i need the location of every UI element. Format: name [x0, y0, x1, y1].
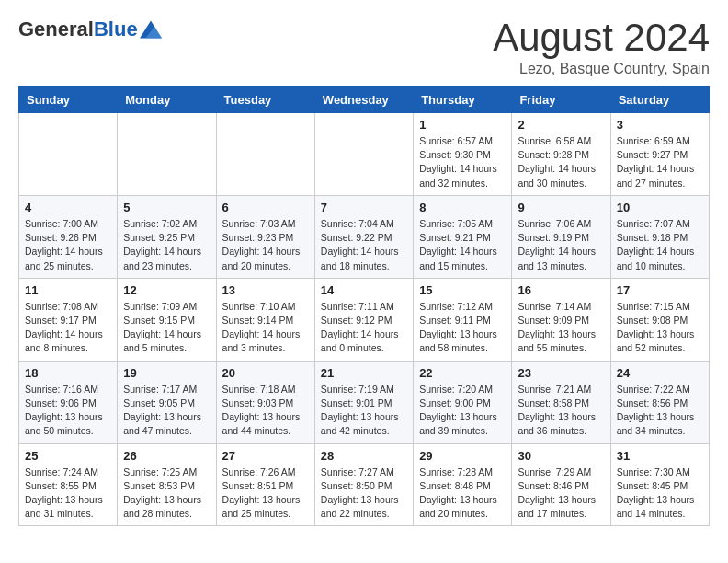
calendar-cell: 17Sunrise: 7:15 AM Sunset: 9:08 PM Dayli…	[610, 278, 709, 361]
day-number: 9	[518, 201, 604, 214]
calendar-cell: 22Sunrise: 7:20 AM Sunset: 9:00 PM Dayli…	[414, 361, 512, 443]
calendar-cell: 26Sunrise: 7:25 AM Sunset: 8:53 PM Dayli…	[118, 443, 216, 526]
day-number: 26	[123, 449, 210, 463]
col-friday: Friday	[512, 87, 610, 113]
day-number: 4	[25, 201, 111, 214]
day-number: 5	[123, 201, 210, 214]
day-number: 20	[222, 366, 309, 380]
day-info: Sunrise: 6:58 AM Sunset: 9:28 PM Dayligh…	[518, 134, 604, 190]
day-info: Sunrise: 6:59 AM Sunset: 9:27 PM Dayligh…	[617, 134, 703, 190]
calendar-cell	[314, 113, 413, 196]
day-info: Sunrise: 7:11 AM Sunset: 9:12 PM Dayligh…	[321, 300, 407, 356]
calendar-cell: 27Sunrise: 7:26 AM Sunset: 8:51 PM Dayli…	[216, 443, 314, 526]
calendar-week-5: 25Sunrise: 7:24 AM Sunset: 8:55 PM Dayli…	[19, 443, 710, 526]
day-info: Sunrise: 7:19 AM Sunset: 9:01 PM Dayligh…	[321, 383, 407, 439]
day-info: Sunrise: 7:09 AM Sunset: 9:15 PM Dayligh…	[123, 300, 210, 356]
header-row: Sunday Monday Tuesday Wednesday Thursday…	[19, 87, 710, 113]
title-area: August 2024 Lezo, Basque Country, Spain	[493, 18, 710, 77]
calendar-week-2: 4Sunrise: 7:00 AM Sunset: 9:26 PM Daylig…	[19, 195, 710, 278]
day-number: 11	[25, 283, 111, 297]
calendar-week-3: 11Sunrise: 7:08 AM Sunset: 9:17 PM Dayli…	[19, 278, 710, 361]
day-info: Sunrise: 7:16 AM Sunset: 9:06 PM Dayligh…	[25, 383, 111, 439]
day-number: 23	[518, 366, 604, 380]
day-number: 31	[617, 449, 703, 463]
day-info: Sunrise: 7:14 AM Sunset: 9:09 PM Dayligh…	[518, 300, 604, 356]
day-info: Sunrise: 7:26 AM Sunset: 8:51 PM Dayligh…	[222, 465, 309, 522]
calendar-cell: 21Sunrise: 7:19 AM Sunset: 9:01 PM Dayli…	[314, 361, 413, 443]
day-number: 8	[419, 201, 506, 214]
calendar-cell: 15Sunrise: 7:12 AM Sunset: 9:11 PM Dayli…	[414, 278, 512, 361]
day-number: 15	[419, 283, 506, 297]
calendar-cell: 14Sunrise: 7:11 AM Sunset: 9:12 PM Dayli…	[314, 278, 413, 361]
day-info: Sunrise: 7:22 AM Sunset: 8:56 PM Dayligh…	[617, 383, 703, 439]
day-info: Sunrise: 7:12 AM Sunset: 9:11 PM Dayligh…	[419, 300, 506, 356]
day-info: Sunrise: 7:27 AM Sunset: 8:50 PM Dayligh…	[321, 465, 407, 522]
calendar-cell: 11Sunrise: 7:08 AM Sunset: 9:17 PM Dayli…	[19, 278, 118, 361]
col-saturday: Saturday	[610, 87, 709, 113]
day-number: 27	[222, 449, 309, 463]
day-number: 28	[321, 449, 407, 463]
header: GeneralBlue August 2024 Lezo, Basque Cou…	[18, 18, 710, 77]
day-number: 14	[321, 283, 407, 297]
day-info: Sunrise: 7:06 AM Sunset: 9:19 PM Dayligh…	[518, 217, 604, 273]
day-info: Sunrise: 7:10 AM Sunset: 9:14 PM Dayligh…	[222, 300, 309, 356]
day-number: 29	[419, 449, 506, 463]
calendar-cell: 9Sunrise: 7:06 AM Sunset: 9:19 PM Daylig…	[512, 195, 610, 278]
day-info: Sunrise: 7:18 AM Sunset: 9:03 PM Dayligh…	[222, 383, 309, 439]
calendar-cell	[118, 113, 216, 196]
day-info: Sunrise: 7:20 AM Sunset: 9:00 PM Dayligh…	[419, 383, 506, 439]
day-info: Sunrise: 6:57 AM Sunset: 9:30 PM Dayligh…	[419, 134, 506, 190]
day-number: 16	[518, 283, 604, 297]
day-info: Sunrise: 7:28 AM Sunset: 8:48 PM Dayligh…	[419, 465, 506, 522]
calendar-cell: 13Sunrise: 7:10 AM Sunset: 9:14 PM Dayli…	[216, 278, 314, 361]
calendar-cell: 29Sunrise: 7:28 AM Sunset: 8:48 PM Dayli…	[414, 443, 512, 526]
calendar-cell: 24Sunrise: 7:22 AM Sunset: 8:56 PM Dayli…	[610, 361, 709, 443]
day-number: 17	[617, 283, 703, 297]
day-number: 22	[419, 366, 506, 380]
day-info: Sunrise: 7:00 AM Sunset: 9:26 PM Dayligh…	[25, 217, 111, 273]
calendar-cell: 5Sunrise: 7:02 AM Sunset: 9:25 PM Daylig…	[118, 195, 216, 278]
day-number: 1	[419, 118, 506, 132]
day-info: Sunrise: 7:02 AM Sunset: 9:25 PM Dayligh…	[123, 217, 210, 273]
calendar-week-1: 1Sunrise: 6:57 AM Sunset: 9:30 PM Daylig…	[19, 113, 710, 196]
calendar-cell: 1Sunrise: 6:57 AM Sunset: 9:30 PM Daylig…	[414, 113, 512, 196]
location-text: Lezo, Basque Country, Spain	[493, 61, 710, 77]
calendar-cell: 19Sunrise: 7:17 AM Sunset: 9:05 PM Dayli…	[118, 361, 216, 443]
day-number: 12	[123, 283, 210, 297]
logo-icon	[140, 18, 162, 40]
day-number: 24	[617, 366, 703, 380]
day-info: Sunrise: 7:17 AM Sunset: 9:05 PM Dayligh…	[123, 383, 210, 439]
calendar-cell: 30Sunrise: 7:29 AM Sunset: 8:46 PM Dayli…	[512, 443, 610, 526]
day-number: 7	[321, 201, 407, 214]
col-tuesday: Tuesday	[216, 87, 314, 113]
day-info: Sunrise: 7:30 AM Sunset: 8:45 PM Dayligh…	[617, 465, 703, 522]
logo-general-text: General	[18, 17, 94, 40]
day-info: Sunrise: 7:24 AM Sunset: 8:55 PM Dayligh…	[25, 465, 111, 522]
day-number: 18	[25, 366, 111, 380]
day-number: 21	[321, 366, 407, 380]
calendar-cell: 10Sunrise: 7:07 AM Sunset: 9:18 PM Dayli…	[610, 195, 709, 278]
calendar-cell: 25Sunrise: 7:24 AM Sunset: 8:55 PM Dayli…	[19, 443, 118, 526]
day-info: Sunrise: 7:04 AM Sunset: 9:22 PM Dayligh…	[321, 217, 407, 273]
day-info: Sunrise: 7:25 AM Sunset: 8:53 PM Dayligh…	[123, 465, 210, 522]
day-number: 13	[222, 283, 309, 297]
calendar-cell: 8Sunrise: 7:05 AM Sunset: 9:21 PM Daylig…	[414, 195, 512, 278]
day-info: Sunrise: 7:03 AM Sunset: 9:23 PM Dayligh…	[222, 217, 309, 273]
calendar-cell: 23Sunrise: 7:21 AM Sunset: 8:58 PM Dayli…	[512, 361, 610, 443]
col-wednesday: Wednesday	[314, 87, 413, 113]
calendar-cell: 4Sunrise: 7:00 AM Sunset: 9:26 PM Daylig…	[19, 195, 118, 278]
day-info: Sunrise: 7:29 AM Sunset: 8:46 PM Dayligh…	[518, 465, 604, 522]
col-monday: Monday	[118, 87, 216, 113]
calendar-cell: 16Sunrise: 7:14 AM Sunset: 9:09 PM Dayli…	[512, 278, 610, 361]
calendar-cell: 6Sunrise: 7:03 AM Sunset: 9:23 PM Daylig…	[216, 195, 314, 278]
day-info: Sunrise: 7:05 AM Sunset: 9:21 PM Dayligh…	[419, 217, 506, 273]
day-info: Sunrise: 7:08 AM Sunset: 9:17 PM Dayligh…	[25, 300, 111, 356]
day-info: Sunrise: 7:15 AM Sunset: 9:08 PM Dayligh…	[617, 300, 703, 356]
month-title: August 2024	[493, 18, 710, 57]
calendar-table: Sunday Monday Tuesday Wednesday Thursday…	[18, 86, 710, 526]
day-number: 25	[25, 449, 111, 463]
calendar-cell: 20Sunrise: 7:18 AM Sunset: 9:03 PM Dayli…	[216, 361, 314, 443]
calendar-cell: 3Sunrise: 6:59 AM Sunset: 9:27 PM Daylig…	[610, 113, 709, 196]
calendar-body: 1Sunrise: 6:57 AM Sunset: 9:30 PM Daylig…	[19, 113, 710, 526]
day-number: 3	[617, 118, 703, 132]
